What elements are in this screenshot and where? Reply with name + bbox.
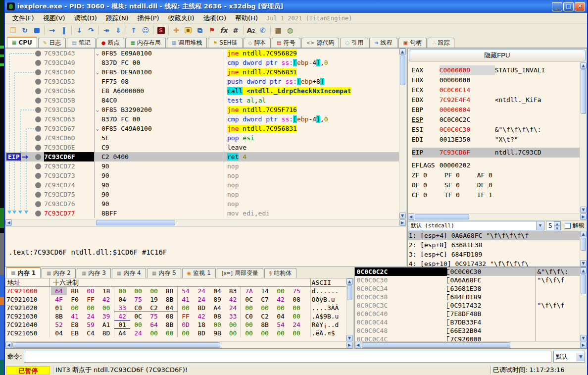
disasm-row[interactable]: 7C93CD49837D FC 00cmp dword ptr ss:[ebp-… <box>5 58 399 67</box>
breakpoint-dot-cell[interactable] <box>35 58 44 67</box>
breakpoint-dot-cell[interactable] <box>35 133 44 143</box>
breakpoint-dot-cell[interactable] <box>35 86 44 96</box>
dump-row[interactable]: 7C92104052E859A10100648B0D180000008B5424… <box>5 321 346 329</box>
breakpoint-dot-cell[interactable] <box>35 105 44 114</box>
breakpoint-dot-cell[interactable] <box>35 161 44 171</box>
arguments-vscrollbar[interactable]: ▲ ▼ <box>580 231 587 267</box>
register-row[interactable]: EBP00000004 <box>412 105 580 115</box>
calling-convention-select[interactable]: 默认 (stdcall) ▼ <box>409 221 544 230</box>
register-row[interactable]: ECX0C0C0C14 <box>412 85 580 95</box>
breakpoint-dot[interactable] <box>35 51 41 56</box>
flag-AF[interactable]: AF 0 <box>477 170 510 180</box>
disasm-row[interactable]: 7C93CD6D5Epop esi <box>5 133 399 143</box>
disasm-row[interactable]: 7C93CD7590nop <box>5 190 399 199</box>
breakpoint-dot-cell[interactable] <box>35 209 44 218</box>
dump-vscrollbar[interactable]: ▲ ▼ <box>346 278 353 341</box>
breakpoint-dot[interactable] <box>35 79 41 85</box>
breakpoint-dot[interactable] <box>35 116 41 122</box>
register-value[interactable]: 0C0C0C2C <box>440 115 495 125</box>
disassembly-body[interactable]: 7C93CD430F85 E09A0100⌄jne ntdll.7C956829… <box>5 49 399 219</box>
flag-DF[interactable]: DF 0 <box>477 180 510 190</box>
minimize-button[interactable]: _ <box>552 2 562 11</box>
disasm-row[interactable]: 7C93CD63837D FC 00cmp dword ptr ss:[ebp-… <box>5 114 399 124</box>
flag-CF[interactable]: CF 0 <box>412 190 444 200</box>
command-history-select[interactable]: 默认 ▼ <box>553 351 585 363</box>
breakpoint-dot-cell[interactable] <box>35 114 44 124</box>
argument-row[interactable]: 3: [esp+C] 684FD189 <box>408 250 580 259</box>
argument-row[interactable]: 4: [esp+10] 0C917432 "\f\f\f\f\ <box>408 259 580 267</box>
register-row-eip[interactable]: EIP7C93CD6Fntdll.7C93CD <box>412 148 580 158</box>
disasm-row[interactable]: 7C93CD7290nop <box>5 161 399 171</box>
disasm-row[interactable]: 7C93CD6FC2 0400ret 4 <box>5 152 399 161</box>
tab-引用[interactable]: ◌引用 <box>340 38 368 48</box>
scroll-left-icon[interactable]: ◀ <box>5 342 12 348</box>
disasm-row[interactable]: 7C93CD6EC9leave <box>5 143 399 152</box>
dump-tab-结构体[interactable]: §结构体 <box>264 268 296 278</box>
patches-button[interactable]: ✚ <box>170 25 182 36</box>
memory-dump-body[interactable]: 地址 十六进制 ASCII 7C921000648B0D180000008B54… <box>5 278 346 341</box>
scroll-thumb[interactable] <box>12 342 220 348</box>
tab-断点[interactable]: ●断点 <box>97 38 125 48</box>
flags-row[interactable]: ZF 0PF 0AF 0 <box>412 170 580 180</box>
menu-文件(F)[interactable]: 文件(F) <box>8 13 39 24</box>
register-value[interactable]: 7C93CD6F <box>440 148 495 158</box>
tab-内存布局[interactable]: ▦内存布局 <box>125 38 165 48</box>
breakpoint-dot[interactable] <box>35 135 41 141</box>
disasm-row[interactable]: 7C93CD53FF75 08push dword ptr ss:[ebp+8] <box>5 77 399 86</box>
breakpoint-dot[interactable] <box>35 173 41 179</box>
scroll-up-icon[interactable]: ▲ <box>580 62 587 69</box>
flag-SF[interactable]: SF 0 <box>444 180 477 190</box>
breakpoint-dot-cell[interactable] <box>35 96 44 105</box>
flags-row[interactable]: CF 0TF 0IF 1 <box>412 190 580 200</box>
disassembly-vscrollbar[interactable]: ▲ ▼ <box>399 49 406 219</box>
scroll-left-icon[interactable]: ◀ <box>408 214 414 220</box>
spin-up-icon[interactable]: ▲ <box>554 221 560 226</box>
scroll-left-icon[interactable]: ◀ <box>355 342 361 348</box>
register-row[interactable]: EDX7C92E4F4<ntdll._KiFa <box>412 95 580 105</box>
registers-body[interactable]: EAXC000000DSTATUS_INVALIEBX00000000ECX0C… <box>408 62 580 213</box>
breakpoint-dot[interactable] <box>35 192 41 198</box>
flag-TF[interactable]: TF 0 <box>444 190 477 200</box>
breakpoint-dot[interactable] <box>35 98 41 104</box>
tab-句柄[interactable]: ▣句柄 <box>398 38 427 48</box>
register-value[interactable]: C000000D <box>440 65 495 75</box>
tab-源代码[interactable]: <>源代码 <box>301 38 340 48</box>
seh-chain-button[interactable]: S <box>155 25 167 36</box>
dump-row[interactable]: 7C921000648B0D180000008B542404837A140075… <box>5 287 346 295</box>
disasm-row[interactable]: 7C93CD430F85 E09A0100⌄jne ntdll.7C956829 <box>5 49 399 58</box>
scroll-right-icon[interactable]: ▶ <box>399 219 406 226</box>
stack-row[interactable]: 0C0C0C3463681E38 <box>355 284 580 293</box>
dump-tab-局部变量[interactable]: [x=]局部变量 <box>217 268 263 278</box>
register-value[interactable]: 0C0C0C30 <box>440 125 495 135</box>
tab-符号[interactable]: ▤符号 <box>272 38 300 48</box>
register-row[interactable]: EBX00000000 <box>412 75 580 85</box>
disasm-row[interactable]: 7C93CD5D0F85 B3290200⌄jne ntdll.7C95F716 <box>5 105 399 114</box>
eflags-row[interactable]: EFLAGS00000202 <box>412 161 580 170</box>
font-button[interactable]: A₂ <box>245 25 257 36</box>
tab-SEH链[interactable]: ⚑SEH链 <box>208 38 242 48</box>
run-to-selection-button[interactable]: ↠ <box>100 25 112 36</box>
hide-fpu-button[interactable]: 隐藏FPU <box>409 50 586 61</box>
tab-日志[interactable]: ✎日志 <box>38 38 66 48</box>
tab-跟踪[interactable]: ∴跟踪 <box>428 38 454 48</box>
disassembly-hscrollbar[interactable]: ◀ ▶ <box>5 219 406 226</box>
close-button[interactable]: ✕ <box>575 2 585 11</box>
scroll-right-icon[interactable]: ▶ <box>580 214 587 220</box>
dump-row[interactable]: 7C9210308B412439420C7508FF420833C0C20400… <box>5 312 346 321</box>
register-value[interactable]: 0013E350 <box>440 135 495 145</box>
stack-row[interactable]: 0C0C0C44B7DB33F4 <box>355 318 580 326</box>
scroll-up-icon[interactable]: ▲ <box>399 49 406 55</box>
menu-选项(O)[interactable]: 选项(O) <box>199 13 231 24</box>
breakpoint-dot-cell[interactable] <box>35 77 44 86</box>
bookmarks-button[interactable]: ⚑ <box>206 25 218 36</box>
menu-帮助(H)[interactable]: 帮助(H) <box>231 13 262 24</box>
chevron-down-icon[interactable]: ▼ <box>577 353 585 361</box>
dump-tab-内存 5[interactable]: ▦内存 5 <box>147 268 181 278</box>
labels-button[interactable]: ⧉ <box>194 25 206 36</box>
register-row[interactable]: EAXC000000DSTATUS_INVALI <box>412 65 580 75</box>
scroll-up-icon[interactable]: ▲ <box>580 231 587 237</box>
step-over-button[interactable]: ↷ <box>85 25 97 36</box>
dump-tab-内存 4[interactable]: ▦内存 4 <box>112 268 146 278</box>
stack-vscrollbar[interactable]: ▲ ▼ <box>580 268 587 341</box>
restart-button[interactable]: ↻ <box>19 25 31 36</box>
